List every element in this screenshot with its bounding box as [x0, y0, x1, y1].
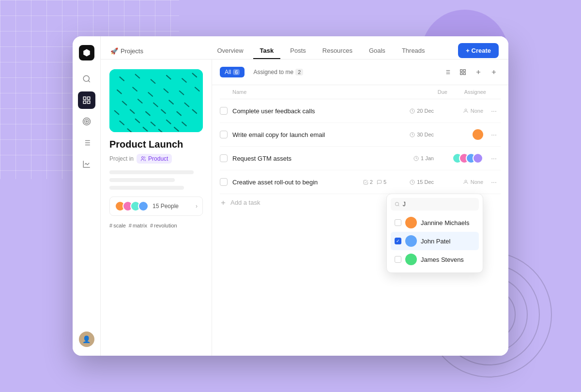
- task-sub-count: 2: [363, 179, 373, 185]
- skeleton-2: [109, 178, 175, 182]
- task-checkbox-1[interactable]: [220, 107, 228, 115]
- task-assignee-1[interactable]: None: [434, 108, 487, 114]
- add-column-icon[interactable]: [472, 65, 485, 79]
- assignee-avatar-2: [473, 129, 483, 140]
- people-avatar-4: [138, 201, 149, 211]
- task-more-4[interactable]: ···: [487, 175, 501, 189]
- tab-task[interactable]: Task: [253, 43, 281, 59]
- task-name-4[interactable]: Creative asset roll-out to begin: [232, 179, 363, 186]
- sidebar-goals-icon[interactable]: [78, 113, 95, 130]
- task-checkbox-4[interactable]: [220, 178, 228, 186]
- tab-overview[interactable]: Overview: [210, 43, 250, 59]
- task-checkbox-3[interactable]: [220, 154, 228, 162]
- sidebar: 👤: [73, 36, 101, 356]
- product-badge-label: Product: [148, 155, 168, 162]
- sidebar-search-icon[interactable]: [78, 70, 95, 88]
- task-more-3[interactable]: ···: [487, 151, 501, 165]
- svg-rect-38: [460, 70, 462, 72]
- task-assignee-4[interactable]: None: [434, 179, 487, 185]
- col-due: Due: [404, 89, 447, 95]
- dropdown-checkbox-2[interactable]: [395, 256, 401, 263]
- dropdown-name-0: Jannine Michaels: [421, 219, 469, 226]
- task-due-4: 15 Dec: [390, 179, 434, 185]
- task-assignee-3[interactable]: [434, 153, 487, 164]
- task-header: Name Due Assignee: [220, 85, 501, 99]
- breadcrumb: 🚀 Projects: [110, 47, 143, 55]
- svg-point-0: [83, 75, 89, 81]
- list-view-icon[interactable]: [441, 65, 454, 79]
- people-avatars: [115, 201, 149, 211]
- tag-matrix[interactable]: # matrix: [129, 223, 147, 228]
- tag-revolution[interactable]: # revolution: [150, 223, 177, 228]
- task-assignee-2[interactable]: [434, 129, 487, 140]
- col-name: Name: [220, 89, 404, 95]
- app-window: 👤 🚀 Projects Overview Task Posts Resourc…: [73, 36, 508, 356]
- dropdown-item-2[interactable]: James Stevens: [391, 250, 479, 269]
- svg-point-51: [465, 180, 467, 182]
- dropdown-checkbox-1[interactable]: ✓: [395, 238, 401, 244]
- tab-goals[interactable]: Goals: [362, 43, 392, 59]
- task-meta-4: 2 5: [363, 179, 386, 185]
- task-name-2[interactable]: Write email copy for launch email: [232, 131, 390, 138]
- task-more-1[interactable]: ···: [487, 104, 501, 118]
- task-row: Request GTM assets 1 Jan: [220, 147, 501, 170]
- task-name-3[interactable]: Request GTM assets: [232, 155, 390, 162]
- assignee-stack-3: [452, 153, 483, 164]
- svg-point-3: [86, 121, 87, 122]
- dropdown-checkbox-0[interactable]: [395, 219, 401, 226]
- sidebar-workflow-icon[interactable]: [78, 134, 95, 151]
- tab-posts[interactable]: Posts: [283, 43, 313, 59]
- all-filter-button[interactable]: All 6: [220, 67, 245, 77]
- task-name-1[interactable]: Complete user feedback calls: [232, 107, 390, 115]
- tab-resources[interactable]: Resources: [316, 43, 359, 59]
- assigned-to-me-tab[interactable]: Assigned to me 2: [248, 67, 308, 77]
- main-content: 🚀 Projects Overview Task Posts Resources…: [101, 36, 508, 356]
- app-logo[interactable]: [79, 45, 94, 60]
- dropdown-avatar-2: [405, 254, 417, 265]
- breadcrumb-label: Projects: [121, 47, 143, 55]
- task-due-1: 20 Dec: [390, 108, 434, 114]
- project-in-label: Project in: [109, 155, 134, 162]
- svg-rect-39: [463, 70, 465, 72]
- project-in-row: Project in Product: [109, 154, 203, 164]
- svg-rect-41: [460, 73, 462, 75]
- nav-tabs: Overview Task Posts Resources Goals Thre…: [210, 43, 431, 59]
- sidebar-projects-icon[interactable]: [78, 91, 95, 109]
- tag-scale[interactable]: # scale: [109, 223, 126, 228]
- assignee-av-3d: [473, 153, 483, 164]
- dropdown-avatar-1: [405, 235, 417, 247]
- task-row: Write email copy for launch email 30 Dec…: [220, 123, 501, 147]
- dropdown-avatar-0: [405, 217, 417, 228]
- content-area: Product Launch Project in Product: [101, 60, 508, 356]
- grid-view-icon[interactable]: [456, 65, 470, 79]
- tab-threads[interactable]: Threads: [395, 43, 432, 59]
- user-avatar[interactable]: 👤: [79, 332, 94, 347]
- dropdown-search-input[interactable]: [403, 201, 475, 208]
- product-badge[interactable]: Product: [137, 154, 172, 164]
- more-options-icon[interactable]: [487, 65, 501, 79]
- col-assignee: Assignee: [447, 89, 501, 95]
- dropdown-name-2: James Stevens: [421, 256, 464, 263]
- dropdown-item-0[interactable]: Jannine Michaels: [391, 213, 479, 232]
- breadcrumb-icon: 🚀: [110, 47, 118, 55]
- dropdown-name-1: John Patel: [421, 238, 450, 245]
- svg-rect-4: [109, 69, 203, 132]
- svg-point-52: [395, 202, 398, 206]
- dropdown-item-1[interactable]: ✓ John Patel: [391, 232, 479, 250]
- people-count: 15 People: [153, 203, 192, 210]
- svg-point-37: [142, 157, 144, 159]
- task-toolbar: All 6 Assigned to me 2: [212, 60, 508, 85]
- people-row[interactable]: 15 People ›: [109, 196, 203, 216]
- task-due-2: 30 Dec: [390, 132, 434, 137]
- people-chevron-icon: ›: [196, 203, 198, 210]
- left-panel: Product Launch Project in Product: [101, 60, 212, 356]
- dropdown-search: [391, 198, 479, 211]
- task-checkbox-2[interactable]: [220, 131, 228, 138]
- assignee-dropdown: Jannine Michaels ✓ John Patel James Stev…: [386, 194, 483, 273]
- task-more-2[interactable]: ···: [487, 128, 501, 141]
- sidebar-reports-icon[interactable]: [78, 155, 95, 173]
- tags-row: # scale # matrix # revolution: [109, 223, 203, 228]
- top-nav: 🚀 Projects Overview Task Posts Resources…: [101, 36, 508, 60]
- create-button[interactable]: + Create: [458, 43, 499, 58]
- project-cover: [109, 69, 203, 132]
